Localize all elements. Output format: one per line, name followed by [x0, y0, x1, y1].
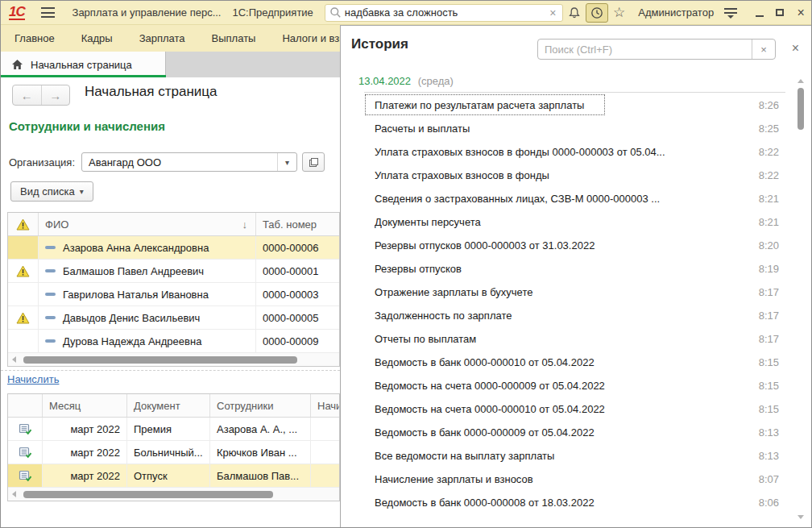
history-button[interactable] — [586, 3, 608, 23]
history-item-time: 8:07 — [759, 473, 779, 485]
horizontal-scrollbar[interactable] — [8, 488, 339, 501]
table-row[interactable]: Давыдов Денис Васильевич 0000-00005 — [8, 306, 339, 330]
menu-item-taxes[interactable]: Налоги и взносы — [282, 32, 340, 44]
history-item-time: 8:20 — [759, 239, 779, 252]
history-item-time: 8:21 — [759, 216, 779, 228]
history-item[interactable]: Отражение зарплаты в бухучете8:17 — [341, 281, 790, 304]
history-item[interactable]: Ведомость на счета 0000-000010 от 05.04.… — [341, 397, 790, 421]
history-item[interactable]: Сведения о застрахованных лицах, СЗВ-М 0… — [341, 187, 790, 210]
col-header-employees: Сотрудники — [209, 394, 310, 417]
history-item[interactable]: Ведомость на счета 0000-000009 от 05.04.… — [341, 374, 790, 397]
organization-dropdown-icon[interactable]: ▾ — [277, 153, 296, 171]
employees-table-header[interactable]: ФИО↓ Таб. номер — [8, 213, 339, 236]
service-menu-icon[interactable] — [723, 7, 738, 18]
table-row[interactable]: Балмашов Павел Андреевич 0000-00001 — [8, 260, 339, 283]
main-menu-icon[interactable] — [41, 7, 55, 18]
history-weekday: (среда) — [418, 75, 454, 87]
vertical-scrollbar[interactable] — [795, 77, 806, 521]
history-item-time: 8:25 — [759, 123, 779, 135]
organization-value: Авангард ООО — [82, 156, 277, 168]
organization-combobox[interactable]: Авангард ООО ▾ — [81, 152, 297, 172]
table-row[interactable]: Гаврилова Наталья Ивановна 0000-00003 — [8, 283, 339, 306]
history-item-time: 8:15 — [759, 380, 779, 392]
history-item[interactable]: Резервы отпусков 0000-000003 от 31.03.20… — [341, 234, 790, 257]
history-item[interactable]: Уплата страховых взносов в фонды8:22 — [341, 164, 790, 187]
table-row[interactable]: март 2022 Больничный... Крючков Иван ... — [8, 441, 339, 464]
posted-document-icon — [19, 423, 32, 435]
page-title: Начальная страница — [85, 84, 218, 100]
maximize-button[interactable] — [770, 2, 791, 23]
employee-name: Дурова Надежда Андреевна — [63, 335, 201, 347]
warning-icon — [16, 265, 30, 277]
menu-item-salary[interactable]: Зарплата — [139, 32, 185, 44]
employee-name: Давыдов Денис Васильевич — [63, 312, 200, 324]
app-title: Зарплата и управление перс... — [72, 6, 222, 19]
global-search-box[interactable]: × — [325, 4, 563, 22]
scrollbar-thumb[interactable] — [23, 491, 273, 498]
forward-button[interactable]: → — [42, 85, 70, 105]
star-icon: ☆ — [613, 6, 625, 19]
minimize-button[interactable] — [749, 2, 770, 23]
history-item[interactable]: Расчеты и выплаты8:25 — [341, 117, 790, 140]
organization-open-button[interactable] — [302, 152, 325, 172]
menu-item-hr[interactable]: Кадры — [81, 32, 113, 44]
history-item[interactable]: Задолженность по зарплате8:17 — [341, 304, 790, 327]
view-list-button[interactable]: Вид списка ▾ — [10, 181, 93, 202]
notifications-button[interactable] — [563, 3, 586, 23]
history-search-box[interactable]: × — [537, 39, 776, 60]
employees-table: ФИО↓ Таб. номер Азарова Анна Александров… — [7, 212, 340, 367]
history-item-time: 8:13 — [759, 426, 779, 439]
back-button[interactable]: ← — [13, 85, 42, 105]
tab-home-page[interactable]: Начальная страница — [1, 52, 166, 77]
tab-label: Начальная страница — [31, 59, 132, 71]
organization-label: Организация: — [9, 156, 75, 168]
history-item[interactable]: Уплата страховых взносов в фонды 0000-00… — [341, 140, 790, 164]
history-item-time: 8:26 — [759, 99, 779, 111]
platform-name: 1С:Предприятие — [232, 6, 313, 19]
menu-item-payments[interactable]: Выплаты — [212, 32, 256, 44]
table-row[interactable]: март 2022 Отпуск Балмашов Пав... — [8, 464, 339, 488]
menu-item-main[interactable]: Главное — [14, 32, 55, 44]
table-row[interactable]: Азарова Анна Александровна 0000-00006 — [8, 236, 339, 260]
documents-table-header[interactable]: Месяц Документ Сотрудники Начис — [8, 394, 339, 418]
scroll-up-icon[interactable] — [798, 79, 804, 83]
history-item[interactable]: Ведомость в банк 0000-000010 от 05.04.20… — [341, 351, 790, 374]
history-search-input[interactable] — [538, 44, 752, 56]
history-item[interactable]: Резервы отпусков8:19 — [341, 257, 790, 281]
history-item[interactable]: Ведомость в банк 0000-000009 от 05.04.20… — [341, 421, 790, 444]
global-search-input[interactable] — [342, 6, 543, 19]
history-clear-search-icon[interactable]: × — [752, 39, 775, 59]
tab-bar: Начальная страница — [1, 52, 340, 77]
clear-search-icon[interactable]: × — [543, 6, 562, 19]
history-item[interactable]: Начисление зарплаты и взносов8:07 — [341, 468, 790, 491]
home-icon — [11, 59, 23, 70]
history-item[interactable]: Ведомость в банк 0000-000008 от 18.03.20… — [341, 491, 790, 514]
history-item[interactable]: Все ведомости на выплату зарплаты8:13 — [341, 444, 790, 468]
scrollbar-thumb[interactable] — [798, 88, 804, 130]
employee-number: 0000-00001 — [255, 260, 339, 282]
history-item-label: Расчеты и выплаты — [375, 123, 759, 135]
scroll-left-icon[interactable] — [12, 491, 16, 497]
current-user[interactable]: Администратор — [638, 6, 714, 19]
bell-icon — [567, 6, 582, 20]
close-window-button[interactable]: × — [790, 2, 811, 23]
employee-state-icon — [45, 293, 56, 296]
table-row[interactable]: март 2022 Премия Азарова А. А., ... — [8, 418, 339, 441]
scrollbar-thumb[interactable] — [23, 356, 297, 364]
scroll-left-icon[interactable] — [12, 356, 16, 363]
doc-month: март 2022 — [42, 441, 126, 464]
history-item-time: 8:19 — [759, 263, 779, 275]
horizontal-scrollbar[interactable] — [8, 353, 339, 366]
history-item[interactable]: Платежи по результатам расчета зарплаты8… — [341, 94, 790, 117]
doc-month: март 2022 — [42, 464, 126, 487]
history-item-label: Отражение зарплаты в бухучете — [375, 286, 759, 298]
history-item[interactable]: Отчеты по выплатам8:17 — [341, 327, 790, 351]
accrue-link[interactable]: Начислить — [7, 373, 59, 385]
sort-desc-icon: ↓ — [242, 218, 248, 231]
history-item[interactable]: Документы персучета8:21 — [341, 210, 790, 234]
favorites-button[interactable]: ☆ — [608, 3, 631, 23]
col-header-fio: ФИО — [45, 218, 68, 231]
history-close-icon[interactable]: × — [792, 42, 799, 55]
scroll-down-icon[interactable] — [798, 515, 804, 519]
table-row[interactable]: Дурова Надежда Андреевна 0000-00009 — [8, 330, 339, 353]
